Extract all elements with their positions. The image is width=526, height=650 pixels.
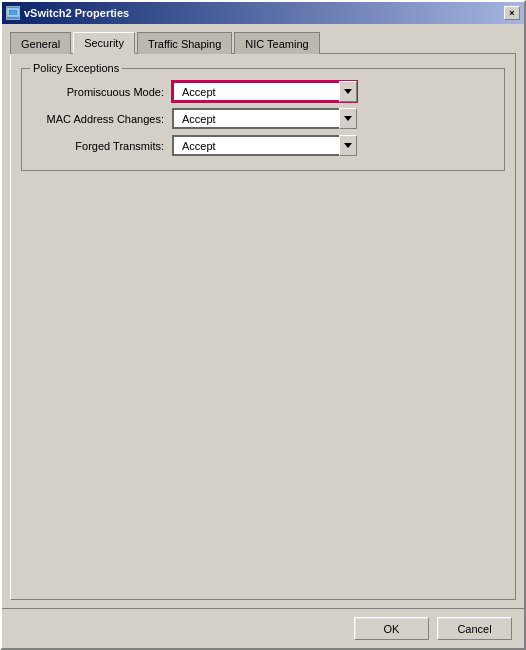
window-content: General Security Traffic Shaping NIC Tea… bbox=[2, 24, 524, 608]
bottom-bar: OK Cancel bbox=[2, 608, 524, 648]
close-button[interactable]: × bbox=[504, 6, 520, 20]
tab-panel-security: Policy Exceptions Promiscuous Mode: Acce… bbox=[10, 53, 516, 600]
promiscuous-mode-label: Promiscuous Mode: bbox=[32, 86, 172, 98]
promiscuous-mode-wrapper: Accept Reject bbox=[172, 81, 357, 102]
tab-security[interactable]: Security bbox=[73, 32, 135, 54]
tab-traffic-shaping[interactable]: Traffic Shaping bbox=[137, 32, 232, 54]
tab-nic-teaming[interactable]: NIC Teaming bbox=[234, 32, 319, 54]
title-bar-left: vSwitch2 Properties bbox=[6, 6, 129, 20]
main-window: vSwitch2 Properties × General Security T… bbox=[0, 0, 526, 650]
tabs-container: General Security Traffic Shaping NIC Tea… bbox=[10, 30, 516, 54]
window-icon bbox=[6, 6, 20, 20]
policy-exceptions-group: Policy Exceptions Promiscuous Mode: Acce… bbox=[21, 68, 505, 171]
mac-address-changes-label: MAC Address Changes: bbox=[32, 113, 172, 125]
title-bar: vSwitch2 Properties × bbox=[2, 2, 524, 24]
tab-general[interactable]: General bbox=[10, 32, 71, 54]
cancel-button[interactable]: Cancel bbox=[437, 617, 512, 640]
promiscuous-mode-select[interactable]: Accept Reject bbox=[172, 81, 357, 102]
mac-address-changes-select[interactable]: Accept Reject bbox=[172, 108, 357, 129]
forged-transmits-wrapper: Accept Reject bbox=[172, 135, 357, 156]
title-bar-controls: × bbox=[504, 6, 520, 20]
mac-address-changes-row: MAC Address Changes: Accept Reject bbox=[32, 108, 494, 129]
window-title: vSwitch2 Properties bbox=[24, 7, 129, 19]
mac-address-changes-wrapper: Accept Reject bbox=[172, 108, 357, 129]
forged-transmits-row: Forged Transmits: Accept Reject bbox=[32, 135, 494, 156]
group-box-label: Policy Exceptions bbox=[30, 62, 122, 74]
forged-transmits-select[interactable]: Accept Reject bbox=[172, 135, 357, 156]
forged-transmits-label: Forged Transmits: bbox=[32, 140, 172, 152]
promiscuous-mode-row: Promiscuous Mode: Accept Reject bbox=[32, 81, 494, 102]
ok-button[interactable]: OK bbox=[354, 617, 429, 640]
